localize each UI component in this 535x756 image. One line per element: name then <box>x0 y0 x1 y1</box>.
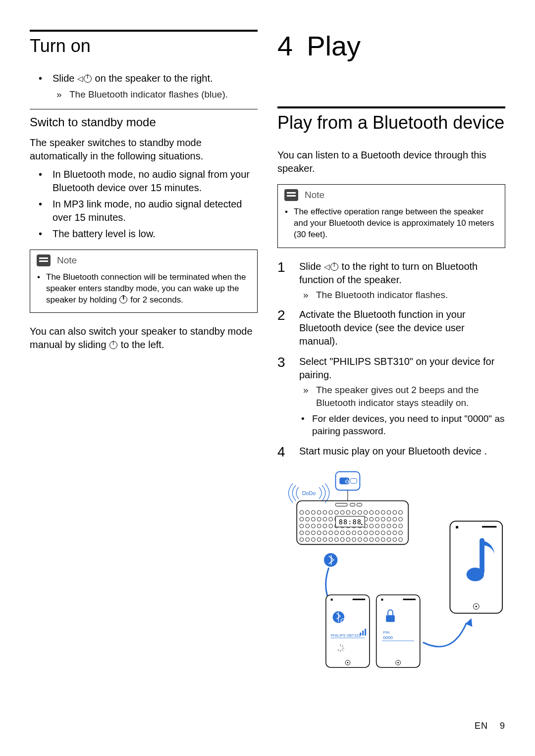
note-body: The effective operation range between th… <box>278 202 505 248</box>
turn-on-result-list: The Bluetooth indicator flashes (blue). <box>53 88 258 101</box>
page-number: 9 <box>500 721 505 731</box>
page: Turn on Slide ◁ on the speaker to the ri… <box>0 0 535 756</box>
chapter-title: 4 Play <box>277 30 505 62</box>
svg-rect-42 <box>353 599 365 600</box>
svg-text:88:88: 88:88 <box>339 518 362 526</box>
svg-rect-13 <box>350 503 355 506</box>
svg-point-15 <box>300 510 304 514</box>
svg-point-18 <box>317 510 321 514</box>
text: Slide <box>53 73 74 84</box>
right-column: 4 Play Play from a Bluetooth device You … <box>277 30 505 673</box>
svg-point-35 <box>361 524 363 525</box>
note-label: Note <box>305 190 324 201</box>
svg-rect-66 <box>450 521 502 613</box>
svg-rect-4 <box>287 192 296 194</box>
power-icon <box>330 263 338 271</box>
slide-left-icon: ◁ <box>77 74 83 83</box>
svg-rect-41 <box>331 599 333 601</box>
power-icon <box>119 296 127 303</box>
svg-point-28 <box>375 510 379 514</box>
svg-point-71 <box>467 568 484 581</box>
step-1: 1 Slide ◁ to the right to turn on Blueto… <box>277 260 505 302</box>
svg-point-40 <box>347 662 349 663</box>
step-3: 3 Select "PHILIPS SBT310" on your device… <box>277 355 505 438</box>
svg-rect-56 <box>365 629 366 636</box>
turn-on-list: Slide ◁ on the speaker to the right. The… <box>30 72 258 101</box>
phone-music <box>450 521 502 613</box>
svg-marker-72 <box>466 618 473 627</box>
chapter-name: Play <box>307 30 361 62</box>
svg-text:0000: 0000 <box>383 635 393 640</box>
dodo-label: DoDo <box>302 490 316 496</box>
note-header: Note <box>30 250 257 267</box>
svg-point-36 <box>324 553 337 566</box>
svg-point-21 <box>334 510 338 514</box>
svg-point-19 <box>323 510 327 514</box>
note-label: Note <box>57 255 77 266</box>
svg-point-59 <box>397 662 399 663</box>
step-1-result: The Bluetooth indicator flashes. <box>299 289 505 302</box>
left-column: Turn on Slide ◁ on the speaker to the ri… <box>30 30 258 673</box>
list-item: In MP3 link mode, no audio signal detect… <box>30 198 258 224</box>
note-box: Note The Bluetooth connection will be te… <box>30 250 258 313</box>
svg-point-16 <box>306 510 310 514</box>
svg-rect-12 <box>335 503 347 506</box>
turn-on-heading: Turn on <box>30 30 258 57</box>
svg-text:PHILIPS SBT310: PHILIPS SBT310 <box>331 633 361 638</box>
svg-point-23 <box>346 510 350 514</box>
phone-pin: PIN 0000 <box>376 595 420 667</box>
chapter-number: 4 <box>277 30 293 62</box>
svg-text:PIN: PIN <box>383 630 389 635</box>
page-footer: EN 9 <box>475 721 505 731</box>
svg-rect-70 <box>482 526 496 527</box>
note-icon <box>36 254 51 267</box>
note-box: Note The effective operation range betwe… <box>277 184 505 248</box>
standby-heading: Switch to standby mode <box>30 109 258 129</box>
svg-rect-62 <box>386 615 395 622</box>
svg-point-31 <box>393 510 397 514</box>
note-header: Note <box>278 185 505 202</box>
list-item: The battery level is low. <box>30 227 258 241</box>
text: on the speaker to the right. <box>95 73 213 84</box>
svg-point-22 <box>340 510 344 514</box>
slide-left-icon: ◁ <box>324 262 330 271</box>
svg-rect-61 <box>403 599 415 600</box>
columns: Turn on Slide ◁ on the speaker to the ri… <box>30 30 505 673</box>
note-text: The Bluetooth connection will be termina… <box>37 272 250 306</box>
note-text: The effective operation range between th… <box>285 206 498 241</box>
svg-point-24 <box>352 510 356 514</box>
phone-pairing: PHILIPS SBT310 <box>326 595 370 667</box>
svg-rect-60 <box>381 599 383 601</box>
step-2: 2 Activate the Bluetooth function in you… <box>277 308 505 348</box>
svg-point-20 <box>329 510 333 514</box>
pairing-diagram: DoDo ⏻ <box>277 468 505 673</box>
manual-standby: You can also switch your speaker to stan… <box>30 325 258 352</box>
svg-rect-55 <box>362 631 364 636</box>
svg-text:⏻: ⏻ <box>345 479 349 484</box>
svg-point-30 <box>387 510 391 514</box>
play-bt-intro: You can listen to a Buetooth device thro… <box>277 149 505 175</box>
svg-rect-69 <box>456 526 458 528</box>
step-4: 4 Start music play on your Bluetooth dev… <box>277 445 505 458</box>
svg-rect-14 <box>357 503 362 506</box>
list-item: In Bluetooth mode, no audio signal from … <box>30 168 258 195</box>
svg-point-26 <box>364 510 368 514</box>
svg-rect-54 <box>360 633 361 636</box>
svg-point-32 <box>399 510 403 514</box>
turn-on-item: Slide ◁ on the speaker to the right. The… <box>30 72 258 101</box>
note-icon <box>284 189 299 202</box>
play-bt-heading: Play from a Bluetooth device <box>277 106 505 134</box>
svg-rect-5 <box>287 195 296 197</box>
lang-code: EN <box>475 721 488 731</box>
power-icon <box>84 75 92 83</box>
svg-point-25 <box>358 510 362 514</box>
step-3-result: The speaker gives out 2 beeps and the Bl… <box>299 384 505 409</box>
note-body: The Bluetooth connection will be termina… <box>30 267 257 313</box>
svg-rect-1 <box>39 257 48 259</box>
svg-rect-2 <box>39 260 48 262</box>
svg-point-27 <box>370 510 374 514</box>
svg-point-17 <box>312 510 316 514</box>
svg-point-68 <box>476 605 477 607</box>
step-3-sub: For elder devices, you need to input "00… <box>299 412 505 438</box>
turn-on-result: The Bluetooth indicator flashes (blue). <box>53 88 258 101</box>
